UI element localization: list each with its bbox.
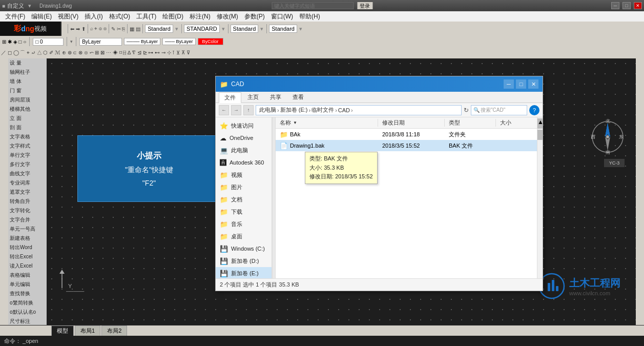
left-panel-item[interactable]: 墙 体	[8, 77, 47, 86]
left-panel-item[interactable]: 多行文字	[8, 160, 47, 169]
left-panel-item[interactable]: 曲线文字	[8, 169, 47, 178]
fe-nav-item[interactable]: ☁OneDrive	[216, 132, 272, 144]
fe-path-folder1[interactable]: 临时文件	[311, 106, 334, 114]
fe-search-box[interactable]: 🔍 搜索"CAD"	[471, 105, 527, 115]
left-panel-item[interactable]: 门 窗	[8, 86, 47, 95]
plot-style-dropdown[interactable]: Standard	[231, 25, 259, 33]
left-panel-item[interactable]: 设 量	[8, 58, 47, 68]
fe-path-thispc[interactable]: 此电脑	[259, 106, 276, 114]
color-dropdown[interactable]: ByColor	[198, 38, 223, 45]
left-panel-item[interactable]: 表格编辑	[8, 271, 47, 280]
menu-item-f[interactable]: 文件(F)	[2, 12, 28, 22]
fe-tab-共享[interactable]: 共享	[265, 92, 286, 103]
left-panel-item[interactable]: 文字转化	[8, 206, 47, 215]
left-panel-item[interactable]: 专业词库	[8, 178, 47, 188]
left-panel-item[interactable]: 遮罩文字	[8, 188, 47, 197]
left-panel-item[interactable]: 文字样式	[8, 141, 47, 151]
fe-refresh-button[interactable]: ↻	[464, 107, 469, 114]
fe-col-name-header[interactable]: 名称 ▼	[276, 119, 378, 127]
menu-item-n[interactable]: 标注(N)	[186, 12, 214, 22]
fe-tab-查看[interactable]: 查看	[287, 92, 309, 103]
menu-item-w[interactable]: 窗口(W)	[268, 12, 296, 22]
left-panel-item[interactable]: 查找替换	[8, 289, 47, 298]
left-panel-item[interactable]: 剖 面	[8, 123, 47, 132]
fe-nav-item[interactable]: ⭐快速访问	[216, 119, 272, 132]
menu-item-p[interactable]: 参数(P)	[241, 12, 268, 22]
menu-item-v[interactable]: 视图(V)	[55, 12, 81, 22]
fe-address-path[interactable]: 此电脑 › 新加卷 (E:) › 临时文件 › CAD ›	[256, 105, 462, 115]
minimize-button[interactable]: ─	[611, 2, 619, 9]
left-panel-item[interactable]: o默认认名o	[8, 308, 47, 317]
layer-dropdown[interactable]: ByLayer	[79, 38, 122, 46]
menu-item-t[interactable]: 工具(T)	[133, 12, 159, 22]
menu-item-d[interactable]: 绘图(D)	[159, 12, 186, 22]
menu-item-e[interactable]: 编辑(E)	[28, 12, 55, 22]
fe-nav-item[interactable]: 🅰Autodesk 360	[216, 156, 272, 169]
dim-style-dropdown[interactable]: STANDARD	[184, 25, 220, 33]
fe-nav-item[interactable]: 💻此电脑	[216, 144, 272, 156]
menu-item-i[interactable]: 插入(I)	[81, 12, 106, 22]
fe-maximize-button[interactable]: □	[516, 79, 526, 89]
fe-nav-item[interactable]: 📁图片	[216, 181, 272, 193]
scrollbar-handle[interactable]	[537, 130, 543, 140]
fe-back-button[interactable]: ←	[219, 105, 229, 115]
search-input[interactable]	[272, 2, 354, 9]
fe-help-button[interactable]: ?	[529, 105, 539, 115]
bottom-tab-布局2[interactable]: 布局2	[101, 325, 127, 336]
left-panel-item[interactable]: 新建表格	[8, 234, 47, 243]
fe-close-button[interactable]: ✕	[528, 79, 538, 89]
bottom-tab-布局1[interactable]: 布局1	[75, 325, 100, 336]
fe-nav-item[interactable]: 💾新加卷 (D:)	[216, 255, 272, 267]
lineweight-dropdown[interactable]: ─── ByLayer	[162, 38, 196, 45]
left-panel-item[interactable]: 转出Excel	[8, 252, 47, 261]
menu-item-h[interactable]: 帮助(H)	[296, 12, 323, 22]
login-button[interactable]: 登录	[357, 2, 372, 9]
left-panel-item[interactable]: 转出Word	[8, 243, 47, 252]
fe-minimize-button[interactable]: ─	[504, 79, 514, 89]
fe-nav-item[interactable]: 📁下载	[216, 206, 272, 218]
left-panel-item[interactable]: 房间层顶	[8, 95, 47, 105]
fe-nav-item[interactable]: 📁音乐	[216, 218, 272, 230]
left-panel-item[interactable]: 轴网柱子	[8, 68, 47, 77]
left-panel-item[interactable]: 文字表格	[8, 132, 47, 141]
fe-tab-主页[interactable]: 主页	[242, 92, 264, 103]
fe-nav-item[interactable]: 📁视频	[216, 169, 272, 181]
menu-item-o[interactable]: 格式(O)	[106, 12, 133, 22]
fe-nav-item[interactable]: 📁文档	[216, 193, 272, 206]
maximize-button[interactable]: □	[622, 2, 631, 9]
left-panel-item[interactable]: o繁简转换	[8, 298, 47, 308]
fe-nav-item[interactable]: 📁桌面	[216, 230, 272, 242]
text-style-dropdown[interactable]: Standard	[145, 25, 173, 33]
fe-col-type-header[interactable]: 类型	[445, 119, 496, 127]
fe-tab-文件[interactable]: 文件	[219, 92, 241, 103]
table-style-dropdown[interactable]: Standard	[269, 25, 297, 33]
left-panel-item[interactable]: 读入Excel	[8, 261, 47, 271]
linetype-dropdown[interactable]: ──── ByLayer	[124, 38, 160, 45]
fe-nav-item[interactable]: 💾Windows (C:)	[216, 242, 272, 255]
fe-path-folder2[interactable]: CAD	[338, 107, 350, 113]
left-panel-item[interactable]: 文字合并	[8, 215, 47, 225]
fe-nav-item[interactable]: 💾新加卷 (E:)	[216, 267, 272, 278]
right-scrollbar[interactable]	[636, 58, 644, 325]
fe-path-drive[interactable]: 新加卷 (E:)	[280, 106, 308, 114]
fe-right-scrollbar[interactable]: ▲	[537, 117, 543, 278]
fe-left-scrollbar[interactable]	[272, 117, 276, 278]
fe-col-size-header[interactable]: 大小	[496, 119, 537, 127]
file-row[interactable]: 📁BAk2018/3/8 11:18文件夹	[276, 129, 537, 140]
left-panel-item[interactable]: 尺寸标注	[8, 317, 47, 325]
left-panel-item[interactable]: 楼梯其他	[8, 105, 47, 114]
left-panel-item[interactable]: 单行文字	[8, 151, 47, 160]
fe-col-date-header[interactable]: 修改日期	[378, 119, 445, 127]
file-row[interactable]: 📄Drawing1.bak2018/3/5 15:52BAK 文件	[276, 140, 537, 151]
fe-forward-button[interactable]: →	[231, 105, 241, 115]
close-button[interactable]: ✕	[634, 2, 642, 9]
fe-up-button[interactable]: ↑	[243, 105, 254, 115]
layer-input[interactable]: □ 0	[33, 38, 64, 46]
scrollbar-up-arrow[interactable]: ▲	[537, 118, 543, 129]
left-panel-item[interactable]: 单元一号高	[8, 225, 47, 234]
bottom-tab-模型[interactable]: 模型	[51, 325, 74, 336]
menu-item-m[interactable]: 修改(M)	[214, 12, 241, 22]
left-panel-item[interactable]: 单元编辑	[8, 280, 47, 289]
left-panel-item[interactable]: 立 面	[8, 114, 47, 123]
left-panel-item[interactable]: 转角自升	[8, 197, 47, 206]
